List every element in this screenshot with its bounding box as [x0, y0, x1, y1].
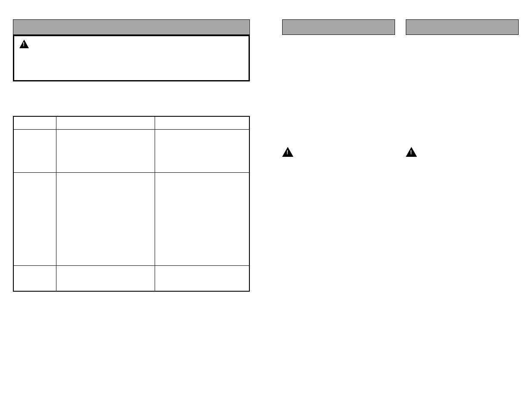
right-subcol-2	[406, 19, 519, 292]
table-header	[155, 116, 249, 129]
table-cell	[13, 172, 56, 265]
table-cell	[155, 172, 249, 265]
section-header-left	[13, 19, 250, 35]
right-subcol-1	[282, 19, 395, 292]
table-cell	[56, 265, 155, 291]
warning-icon	[282, 147, 293, 157]
section-header-right-2	[406, 19, 519, 35]
table-cell	[56, 172, 155, 265]
section-header-right-1	[282, 19, 395, 35]
table-cell	[155, 129, 249, 172]
table-cell	[13, 129, 56, 172]
left-column	[13, 19, 250, 292]
table-cell	[155, 265, 249, 291]
warning-box	[13, 35, 250, 81]
table-header	[56, 116, 155, 129]
table-header	[13, 116, 56, 129]
spec-table	[13, 116, 250, 292]
table-cell	[56, 129, 155, 172]
table-cell	[13, 265, 56, 291]
warning-icon	[19, 40, 29, 48]
warning-icon	[406, 147, 417, 157]
right-column	[282, 19, 519, 292]
